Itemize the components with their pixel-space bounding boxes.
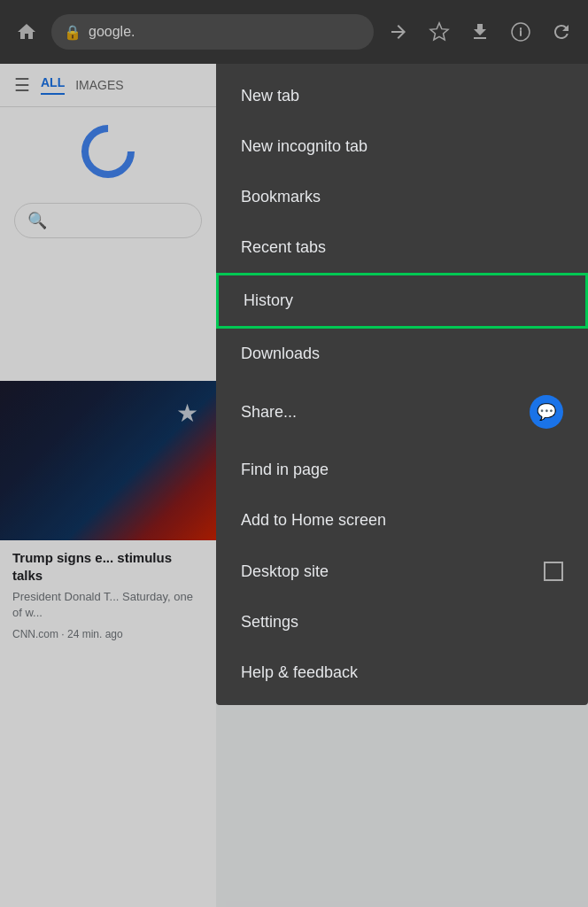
menu-item-recent-tabs[interactable]: Recent tabs — [216, 222, 588, 273]
menu-item-downloads[interactable]: Downloads — [216, 329, 588, 379]
menu-item-find-in-page[interactable]: Find in page — [216, 445, 588, 495]
dropdown-menu: New tab New incognito tab Bookmarks Rece… — [216, 64, 588, 705]
menu-item-bookmarks[interactable]: Bookmarks — [216, 172, 588, 222]
menu-item-help-feedback-label: Help & feedback — [241, 663, 358, 682]
desktop-site-checkbox[interactable] — [544, 562, 563, 581]
menu-item-history-label: History — [244, 291, 293, 310]
menu-item-add-to-home[interactable]: Add to Home screen — [216, 495, 588, 546]
menu-item-downloads-label: Downloads — [241, 345, 320, 363]
menu-item-settings[interactable]: Settings — [216, 597, 588, 647]
menu-item-recent-tabs-label: Recent tabs — [241, 238, 326, 257]
menu-item-share-label: Share... — [241, 403, 297, 422]
menu-item-find-in-page-label: Find in page — [241, 461, 329, 479]
menu-item-add-to-home-label: Add to Home screen — [241, 511, 386, 530]
menu-item-new-incognito-tab[interactable]: New incognito tab — [216, 121, 588, 172]
menu-item-history[interactable]: History — [216, 273, 588, 329]
share-badge-icon: 💬 — [537, 402, 556, 422]
menu-item-new-tab-label: New tab — [241, 87, 299, 105]
menu-item-new-tab[interactable]: New tab — [216, 71, 588, 121]
menu-item-desktop-site[interactable]: Desktop site — [216, 546, 588, 597]
menu-item-new-incognito-tab-label: New incognito tab — [241, 137, 368, 156]
menu-item-bookmarks-label: Bookmarks — [241, 188, 321, 206]
menu-item-settings-label: Settings — [241, 613, 298, 632]
menu-item-help-feedback[interactable]: Help & feedback — [216, 647, 588, 698]
menu-item-desktop-site-label: Desktop site — [241, 562, 329, 581]
share-badge: 💬 — [530, 395, 563, 429]
menu-item-share[interactable]: Share... 💬 — [216, 379, 588, 445]
